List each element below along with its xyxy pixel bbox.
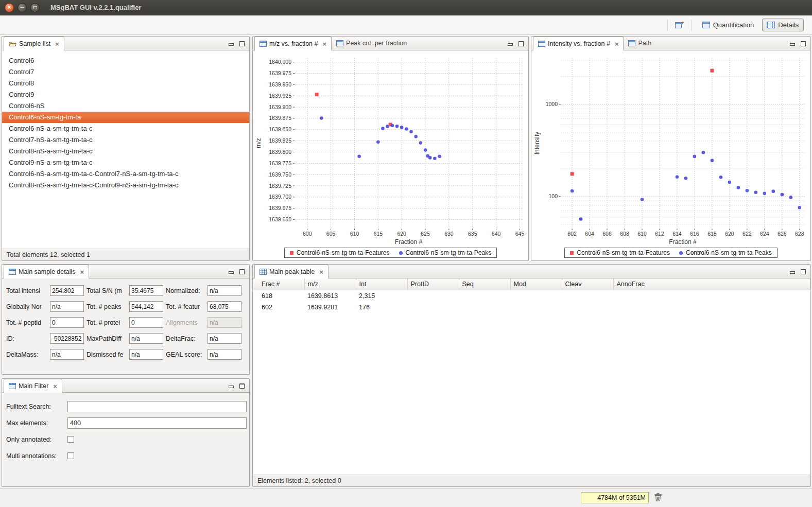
- column-header[interactable]: Seq: [459, 278, 510, 290]
- tab-label: Main peak table: [269, 268, 315, 275]
- legend-marker-square: [290, 251, 293, 255]
- field-input[interactable]: [50, 349, 84, 360]
- minimize-icon[interactable]: [507, 41, 513, 46]
- list-item[interactable]: Control6-nS-a-sm-tg-tm-ta-c-Control7-nS-…: [2, 168, 249, 180]
- tab-label: Intensity vs. fraction #: [548, 40, 610, 47]
- field-input[interactable]: [129, 333, 163, 344]
- svg-text:620: 620: [397, 231, 406, 237]
- tab-intensity-vs-fraction[interactable]: Intensity vs. fraction # ×: [533, 37, 624, 50]
- sample-list-panel: Sample list × Control6Control7Control8Co…: [2, 36, 250, 261]
- maximize-icon[interactable]: [239, 41, 245, 46]
- field-input[interactable]: [50, 301, 84, 312]
- window-minimize-button[interactable]: [18, 3, 27, 12]
- maximize-icon[interactable]: [800, 269, 806, 274]
- minimize-icon[interactable]: [228, 269, 234, 274]
- tab-main-peak-table[interactable]: Main peak table ×: [254, 265, 329, 278]
- minimize-icon[interactable]: [228, 383, 234, 389]
- field-input[interactable]: [50, 317, 84, 328]
- tab-close-icon[interactable]: ×: [615, 40, 619, 48]
- maximize-icon[interactable]: [239, 383, 245, 389]
- tab-sample-list[interactable]: Sample list ×: [4, 37, 64, 50]
- field-input[interactable]: [208, 349, 241, 360]
- field-input[interactable]: [129, 285, 163, 296]
- column-header[interactable]: Frac #: [253, 278, 304, 290]
- field-input[interactable]: [50, 333, 84, 344]
- list-item[interactable]: Control9: [2, 89, 249, 100]
- max-elements-input[interactable]: [67, 417, 247, 429]
- column-header[interactable]: Mod: [510, 278, 562, 290]
- quantification-icon: [702, 22, 710, 28]
- list-item[interactable]: Control6: [2, 55, 249, 66]
- table-row[interactable]: 6181639.86132,315: [253, 290, 810, 302]
- svg-text:640: 640: [492, 231, 501, 237]
- field-label: Normalized:: [166, 287, 205, 294]
- list-item[interactable]: Control9-nS-a-sm-tg-tm-ta-c: [2, 157, 249, 168]
- list-item[interactable]: Control6-nS-sm-tg-tm-ta: [2, 112, 249, 123]
- peak-table-tabbar: Main peak table ×: [253, 265, 810, 278]
- list-item[interactable]: Control8-nS-a-sm-tg-tm-ta-c-Control9-nS-…: [2, 180, 249, 191]
- only-annotated-checkbox[interactable]: [67, 436, 74, 443]
- column-header[interactable]: Cleav: [562, 278, 613, 290]
- sample-list-status: Total elements 12, selected 1: [2, 249, 249, 260]
- maximize-icon[interactable]: [518, 41, 524, 46]
- tab-mz-vs-fraction[interactable]: m/z vs. fraction # ×: [254, 37, 332, 50]
- fulltext-search-input[interactable]: [67, 401, 247, 412]
- list-item[interactable]: Control6-nS: [2, 100, 249, 112]
- field-input[interactable]: [208, 333, 241, 344]
- view-icon: [538, 41, 545, 47]
- column-header[interactable]: ProtID: [407, 278, 459, 290]
- tab-close-icon[interactable]: ×: [80, 268, 84, 276]
- main-toolbar: Quantification Details: [0, 15, 812, 35]
- garbage-collect-button[interactable]: [654, 493, 662, 501]
- list-item[interactable]: Control7: [2, 66, 249, 78]
- filter-content: Fulltext Search: Max elements: Only anno…: [2, 393, 249, 486]
- field-label: Tot. # featur: [166, 303, 205, 310]
- window-title: MSqBAT GUI v.2.2.1.qualifier: [50, 4, 142, 11]
- field-input[interactable]: [129, 301, 163, 312]
- peak-table-wrap: Frac #m/zIntProtIDSeqModCleavAnnoFrac 61…: [253, 278, 810, 475]
- tab-close-icon[interactable]: ×: [53, 382, 57, 390]
- list-item[interactable]: Control6-nS-a-sm-tg-tm-ta-c: [2, 123, 249, 134]
- minimize-icon[interactable]: [789, 41, 795, 46]
- svg-text:612: 612: [655, 231, 664, 237]
- maximize-glyph-icon: [33, 6, 37, 9]
- perspective-quantification-button[interactable]: Quantification: [697, 19, 759, 31]
- window-close-button[interactable]: ×: [5, 3, 14, 12]
- open-perspective-icon[interactable]: [673, 20, 685, 30]
- legend-label: Control6-nS-sm-tg-tm-ta-Features: [297, 249, 390, 256]
- maximize-icon[interactable]: [239, 269, 245, 274]
- column-header[interactable]: m/z: [304, 278, 356, 290]
- field-input[interactable]: [129, 317, 163, 328]
- minimize-icon[interactable]: [789, 269, 795, 274]
- tab-close-icon[interactable]: ×: [322, 40, 326, 48]
- tab-close-icon[interactable]: ×: [55, 40, 59, 48]
- tab-path[interactable]: Path: [624, 37, 656, 50]
- field-input[interactable]: [208, 285, 241, 296]
- field-input[interactable]: [208, 301, 241, 312]
- perspective-details-button[interactable]: Details: [762, 19, 804, 31]
- table-row[interactable]: 6021639.9281176: [253, 302, 810, 313]
- field-input[interactable]: [129, 349, 163, 360]
- minimize-icon[interactable]: [228, 41, 234, 46]
- peak-table-panel: Main peak table × Frac #m/zIntProtIDSeqM…: [252, 264, 811, 487]
- list-item[interactable]: Control7-nS-a-sm-tg-tm-ta-c: [2, 134, 249, 146]
- tab-label: Path: [638, 40, 651, 47]
- mz-tabbar: m/z vs. fraction # × Peak cnt. per fract…: [253, 37, 528, 50]
- tab-close-icon[interactable]: ×: [319, 268, 323, 276]
- sample-list-tabbar: Sample list ×: [2, 37, 249, 50]
- tab-main-filter[interactable]: Main Filter ×: [4, 379, 62, 393]
- window-maximize-button[interactable]: [30, 3, 40, 12]
- tab-main-sample-details[interactable]: Main sample details ×: [4, 265, 89, 278]
- column-header[interactable]: AnnoFrac: [613, 278, 810, 290]
- column-header[interactable]: Int: [356, 278, 407, 290]
- svg-text:616: 616: [690, 231, 699, 237]
- list-item[interactable]: Control8: [2, 78, 249, 89]
- list-item[interactable]: Control8-nS-a-sm-tg-tm-ta-c: [2, 146, 249, 157]
- multi-annotations-checkbox[interactable]: [67, 452, 74, 459]
- toolbar-separator: [667, 20, 668, 31]
- field-input[interactable]: [50, 285, 84, 296]
- tab-peak-cnt-per-fraction[interactable]: Peak cnt. per fraction: [332, 37, 411, 50]
- maximize-icon[interactable]: [800, 41, 806, 46]
- heap-status: 4784M of 5351M: [581, 492, 649, 503]
- sample-details-panel: Main sample details × Total intensiTotal…: [2, 264, 250, 375]
